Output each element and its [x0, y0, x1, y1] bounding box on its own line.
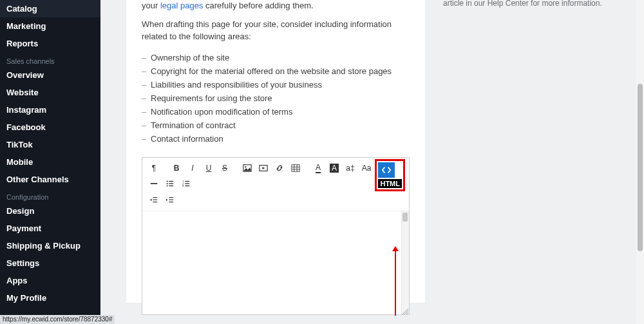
underline-button[interactable]: U: [201, 160, 216, 176]
nav-item-marketing[interactable]: Marketing: [0, 17, 100, 35]
legal-pages-link[interactable]: legal pages: [160, 1, 204, 10]
outdent-button[interactable]: [146, 193, 162, 208]
html-code-button[interactable]: [378, 162, 395, 178]
nav-item-my-profile[interactable]: My Profile: [0, 289, 100, 307]
intro-line-2: When drafting this page for your site, c…: [142, 19, 410, 43]
image-button[interactable]: [240, 160, 255, 176]
nav-item-settings[interactable]: Settings: [0, 254, 100, 272]
horizontal-rule-button[interactable]: [146, 176, 162, 191]
rich-text-editor: ¶ B I U S A A a‡ Aa 123: [142, 157, 410, 315]
nav-item-instagram[interactable]: Instagram: [0, 101, 100, 119]
page-editor-card: your legal pages carefully before adding…: [126, 0, 425, 303]
help-center-note: article in our Help Center for more info…: [443, 0, 617, 8]
browser-status-bar: https://my.ecwid.com/store/78872330#: [0, 315, 115, 324]
font-size-button[interactable]: a‡: [343, 160, 358, 176]
editor-textarea[interactable]: [142, 211, 409, 314]
link-button[interactable]: [272, 160, 287, 176]
intro-prefix: your: [142, 1, 160, 10]
annotation-arrow: [395, 251, 396, 316]
nav-item-reports[interactable]: Reports: [0, 35, 100, 52]
html-button-highlight: HTML: [375, 159, 405, 191]
editor-scrollbar[interactable]: [401, 211, 409, 314]
table-button[interactable]: [288, 160, 303, 176]
nav-item-overview[interactable]: Overview: [0, 66, 100, 84]
nav-item-tiktok[interactable]: TikTok: [0, 136, 100, 153]
svg-text:3: 3: [182, 184, 184, 187]
intro-line-1: your legal pages carefully before adding…: [142, 0, 410, 12]
svg-point-14: [167, 185, 168, 186]
suggested-topic-item: Copyright for the material offered on th…: [144, 64, 410, 78]
html-tooltip: HTML: [378, 179, 402, 188]
suggested-topic-item: Liabilities and responsibilities of your…: [144, 78, 410, 91]
svg-point-1: [245, 166, 246, 167]
nav-section-configuration: Configuration: [0, 188, 100, 202]
bold-button[interactable]: B: [169, 160, 184, 176]
indent-button[interactable]: [162, 193, 178, 208]
suggested-topic-item: Notification upon modification of terms: [144, 105, 410, 119]
text-case-button[interactable]: Aa: [359, 160, 374, 176]
nav-item-other-channels[interactable]: Other Channels: [0, 171, 100, 188]
content-area: article in our Help Center for more info…: [100, 0, 644, 324]
svg-rect-3: [292, 164, 299, 171]
editor-toolbar: ¶ B I U S A A a‡ Aa 123: [142, 158, 409, 211]
suggested-topic-item: Requirements for using the store: [144, 91, 410, 105]
nav-section-sales-channels: Sales channels: [0, 52, 100, 66]
suggested-topic-item: Contact information: [144, 132, 410, 146]
background-color-button[interactable]: A: [327, 160, 342, 176]
nav-item-payment[interactable]: Payment: [0, 220, 100, 237]
svg-point-13: [167, 182, 168, 184]
strike-button[interactable]: S: [217, 160, 232, 176]
code-icon: [382, 166, 391, 175]
suggested-topic-item: Termination of contract: [144, 119, 410, 132]
editor-scroll-thumb[interactable]: [402, 213, 408, 222]
nav-item-apps[interactable]: Apps: [0, 272, 100, 289]
video-button[interactable]: [256, 160, 271, 176]
text-color-button[interactable]: A: [310, 160, 326, 176]
page-scrollbar[interactable]: [636, 0, 644, 324]
italic-button[interactable]: I: [185, 160, 200, 176]
suggested-topics-list: Ownership of the siteCopyright for the m…: [142, 51, 410, 146]
intro-suffix: carefully before adding them.: [203, 1, 313, 10]
unordered-list-button[interactable]: [162, 176, 178, 191]
nav-item-design[interactable]: Design: [0, 202, 100, 220]
suggested-topic-item: Ownership of the site: [144, 51, 410, 64]
nav-item-facebook[interactable]: Facebook: [0, 119, 100, 136]
nav-item-shipping-pickup[interactable]: Shipping & Pickup: [0, 237, 100, 254]
editor-resize-handle[interactable]: [401, 307, 409, 314]
svg-point-12: [167, 180, 168, 182]
paragraph-format-button[interactable]: ¶: [146, 160, 162, 176]
sidebar: CatalogMarketingReports Sales channelsOv…: [0, 0, 100, 324]
ordered-list-button[interactable]: 123: [178, 176, 194, 191]
nav-item-website[interactable]: Website: [0, 84, 100, 101]
page-scroll-thumb[interactable]: [638, 84, 643, 251]
nav-item-catalog[interactable]: Catalog: [0, 0, 100, 17]
nav-item-mobile[interactable]: Mobile: [0, 153, 100, 171]
